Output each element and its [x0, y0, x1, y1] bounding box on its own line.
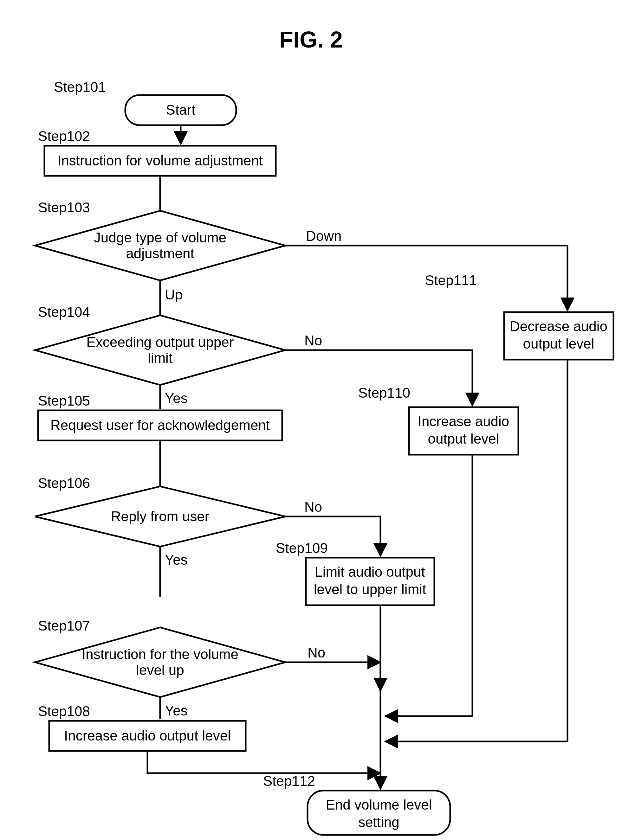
- step107-text2: level up: [136, 662, 184, 678]
- step102-label: Step102: [38, 128, 90, 144]
- step110-text1: Increase audio: [418, 414, 509, 429]
- step112-text2: setting: [358, 814, 399, 830]
- step106-label: Step106: [38, 475, 90, 491]
- edge-107-yes-label: Yes: [165, 703, 188, 718]
- step108-label: Step108: [38, 703, 90, 719]
- step105-label: Step105: [38, 393, 90, 408]
- edge-103-down-label: Down: [306, 228, 342, 243]
- step109-text2: level to upper limit: [314, 581, 426, 597]
- step111-text1: Decrease audio: [510, 318, 607, 334]
- edge-107-no-label: No: [308, 645, 325, 660]
- edge-106-yes-label: Yes: [165, 552, 188, 568]
- start-text: Start: [166, 102, 196, 117]
- step109-label: Step109: [276, 540, 328, 556]
- step112-text1: End volume level: [326, 797, 432, 813]
- step105-text: Request user for acknowledgement: [50, 417, 270, 433]
- step109-text1: Limit audio output: [315, 564, 425, 580]
- step102-text: Instruction for volume adjustment: [57, 153, 263, 168]
- step106-text1: Reply from user: [111, 508, 210, 524]
- figure-title: FIG. 2: [279, 27, 343, 52]
- edge-104-yes-label: Yes: [165, 390, 188, 406]
- step103-text2: adjustment: [126, 246, 194, 261]
- step104-label: Step104: [38, 304, 90, 320]
- step110-label: Step110: [358, 385, 410, 400]
- step111-text2: output level: [523, 336, 594, 352]
- step111-label: Step111: [425, 272, 477, 288]
- edge-104-no-label: No: [304, 333, 322, 348]
- step103-text1: Judge type of volume: [94, 230, 226, 245]
- edge-106-no-label: No: [304, 499, 322, 514]
- step110-text2: output level: [428, 431, 499, 446]
- step107-label: Step107: [38, 618, 90, 633]
- edge-108-112: [148, 751, 380, 773]
- step112-label: Step112: [263, 773, 315, 789]
- step101-label: Step101: [54, 79, 106, 95]
- step107-text1: Instruction for the volume: [82, 647, 238, 662]
- edge-103-up-label: Up: [165, 287, 183, 302]
- step103-label: Step103: [38, 199, 90, 215]
- step108-text: Increase audio output level: [64, 728, 231, 743]
- step104-text2: limit: [148, 350, 172, 366]
- step104-text1: Exceeding output upper: [87, 334, 234, 350]
